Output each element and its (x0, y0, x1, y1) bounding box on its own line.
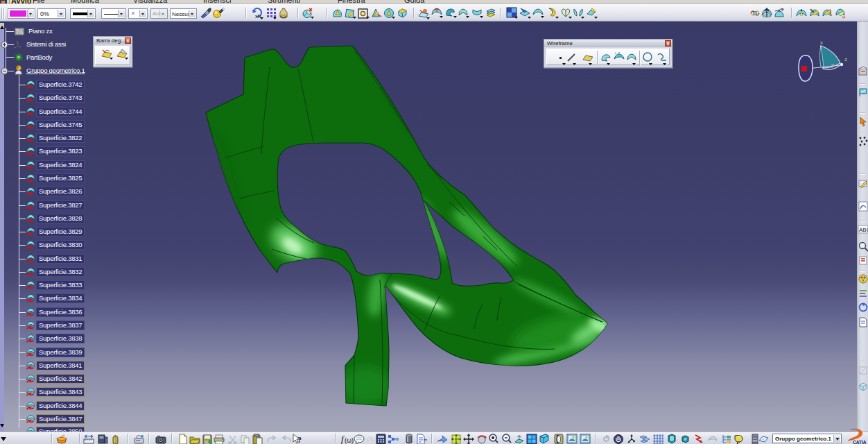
svg-text:CATIA: CATIA (853, 440, 867, 444)
svg-text:ABC: ABC (859, 227, 868, 233)
svg-text:y: y (831, 62, 834, 68)
svg-text:z: z (844, 56, 847, 62)
svg-text:?: ? (297, 435, 302, 444)
svg-text:xN: xN (255, 14, 261, 19)
svg-text:(ω): (ω) (345, 437, 354, 444)
svg-text:=: = (424, 436, 427, 443)
svg-text:x: x (820, 40, 823, 46)
